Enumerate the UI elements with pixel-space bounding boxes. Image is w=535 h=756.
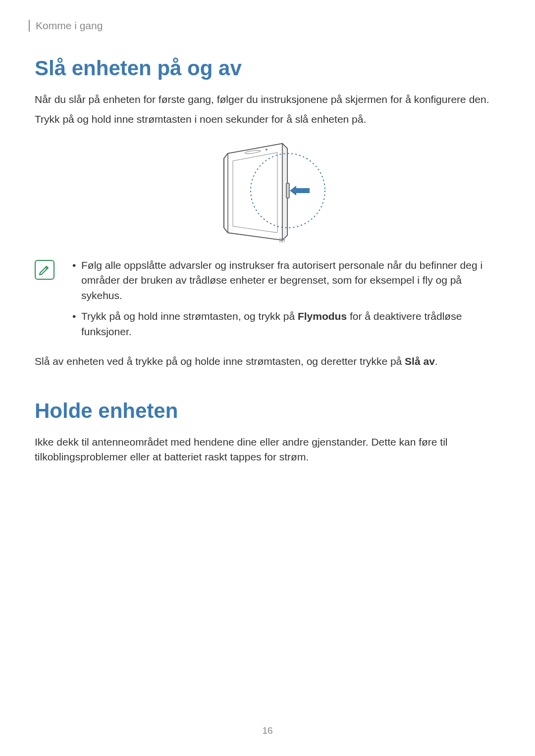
- paragraph: Ikke dekk til antenneområdet med hendene…: [35, 435, 500, 465]
- paragraph: Slå av enheten ved å trykke på og holde …: [35, 354, 500, 369]
- section-header: Komme i gang: [29, 20, 500, 32]
- note-block: Følg alle oppslåtte advarsler og instruk…: [35, 258, 500, 345]
- paragraph-bold: Slå av: [405, 355, 435, 367]
- note-icon: [35, 260, 54, 280]
- device-illustration: [35, 136, 500, 245]
- svg-rect-6: [286, 183, 289, 198]
- paragraph-prefix: Slå av enheten ved å trykke på og holde …: [35, 355, 405, 367]
- paragraph: Når du slår på enheten for første gang, …: [35, 92, 500, 107]
- list-item-bold: Flymodus: [298, 310, 347, 322]
- section-label: Komme i gang: [36, 20, 103, 31]
- list-item-prefix: Trykk på og hold inne strømtasten, og tr…: [81, 310, 298, 322]
- paragraph: Trykk på og hold inne strømtasten i noen…: [35, 112, 500, 127]
- note-list: Følg alle oppslåtte advarsler og instruk…: [69, 258, 500, 345]
- list-item: Trykk på og hold inne strømtasten, og tr…: [69, 309, 500, 339]
- svg-line-8: [46, 267, 47, 269]
- svg-point-1: [266, 149, 268, 151]
- list-item: Følg alle oppslåtte advarsler og instruk…: [69, 258, 500, 303]
- heading-hold-device: Holde enheten: [35, 399, 500, 423]
- pencil-note-icon: [38, 263, 52, 277]
- list-item-text: Følg alle oppslåtte advarsler og instruk…: [81, 259, 482, 301]
- heading-power-on-off: Slå enheten på og av: [35, 56, 500, 80]
- paragraph-suffix: .: [435, 355, 438, 367]
- page-number: 16: [0, 725, 535, 736]
- phone-power-button-illustration: [198, 136, 337, 245]
